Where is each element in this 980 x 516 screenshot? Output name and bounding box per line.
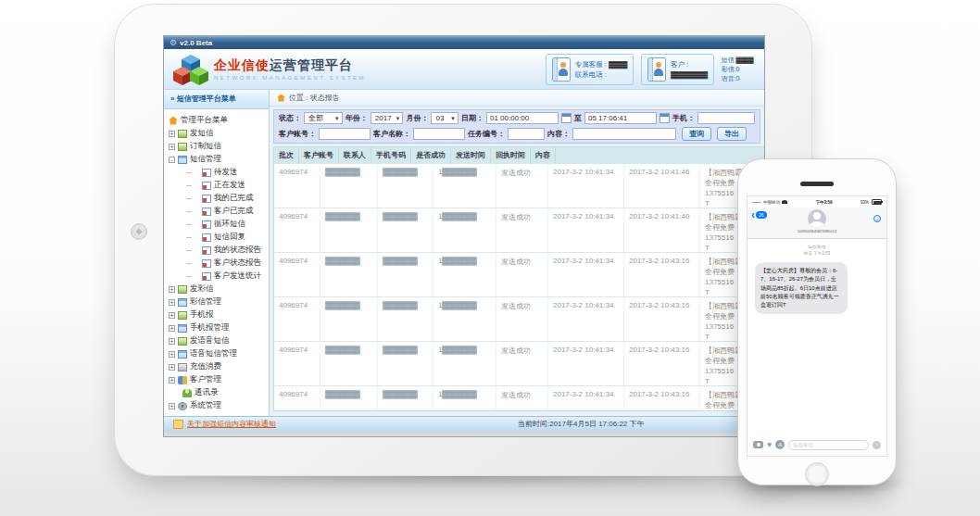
search-button[interactable]: 查询 xyxy=(682,127,711,141)
month-select[interactable]: 03▼ xyxy=(431,112,459,124)
sidebar-item[interactable]: 通讯录 xyxy=(164,386,269,399)
sidebar-item[interactable]: + 系统管理 xyxy=(164,399,269,412)
sidebar-item[interactable]: + 彩信管理 xyxy=(164,296,269,308)
customer-name-input[interactable] xyxy=(413,128,465,140)
main-area: 位置 : 状态报告 状态： 全部▼ 年份： 2017▼ 月份： 03▼ 日期： xyxy=(270,90,764,416)
task-number-input[interactable] xyxy=(508,128,545,140)
app-header: 企业信使运营管理平台 NETWORK MANAGEMENT SYSTEM 专属客… xyxy=(164,49,764,90)
customer-label: 客户 : xyxy=(671,59,708,69)
home-icon xyxy=(169,117,178,125)
sender-number: 1069043645823985012 xyxy=(748,229,886,233)
message-input[interactable] xyxy=(788,440,869,450)
tree-expander[interactable]: + xyxy=(169,325,175,332)
sidebar-item-label: 我的状态报告 xyxy=(214,245,261,256)
cell-phone: 1▓▓▓▓▓▓▓ xyxy=(433,253,496,296)
cell-receipt-time: 2017-3-2 10:41:40 xyxy=(624,208,700,252)
sidebar-item[interactable]: 客户发送统计 xyxy=(164,270,269,283)
content-input[interactable] xyxy=(572,128,676,140)
chevron-down-icon: ▼ xyxy=(334,116,340,121)
info-icon[interactable]: i xyxy=(873,215,881,222)
tree-expander[interactable]: - xyxy=(169,157,175,163)
chevron-down-icon: ▼ xyxy=(450,116,456,121)
sidebar-item[interactable]: + 充值消费 xyxy=(164,360,269,373)
sidebar-item[interactable]: 客户已完成 xyxy=(164,205,269,218)
sidebar-item-label: 我的已完成 xyxy=(214,193,254,204)
mail-icon xyxy=(178,143,187,151)
tree-expander[interactable]: + xyxy=(169,351,175,358)
chevron-down-icon: ▼ xyxy=(396,116,401,121)
cell-contact: ▓▓▓▓▓▓▓ xyxy=(378,253,433,296)
cell-status: 发送成功 xyxy=(496,386,548,411)
sidebar-item[interactable]: + 语音短信管理 xyxy=(164,347,269,360)
sidebar-item[interactable]: 待发送 xyxy=(164,166,269,179)
tree-expander[interactable]: + xyxy=(169,403,175,409)
sms-quota-value: ▓▓▓▓ xyxy=(736,57,753,63)
mms-quota-value: 0 xyxy=(736,66,740,72)
contact-book-icon xyxy=(647,57,666,82)
back-button[interactable]: ‹ 26 xyxy=(751,210,767,220)
sidebar-item[interactable]: + 手机报 xyxy=(164,308,269,321)
send-icon[interactable]: ↑ xyxy=(873,441,881,449)
notice-link[interactable]: 关于加强短信内容审核通知 xyxy=(187,419,276,429)
battery-percent: 93% xyxy=(861,200,869,205)
gear-icon: ⚙ xyxy=(170,39,177,47)
table-header-cell: 是否成功 xyxy=(411,147,451,164)
year-select[interactable]: 2017▼ xyxy=(371,112,404,124)
cell-batch: 4096974 xyxy=(274,208,320,252)
sidebar-item[interactable]: 管理平台菜单 xyxy=(164,114,269,127)
sidebar-item[interactable]: 我的已完成 xyxy=(164,192,269,205)
tree-expander[interactable]: + xyxy=(169,377,175,384)
month-select-value: 03 xyxy=(435,114,444,122)
users-icon xyxy=(178,376,187,384)
tree-expander[interactable]: + xyxy=(169,286,175,293)
cell-receipt-time: 2017-3-2 10:43:16 xyxy=(624,297,700,341)
year-select-value: 2017 xyxy=(375,114,392,122)
sidebar-item[interactable]: + 发彩信 xyxy=(164,283,269,296)
sidebar-item[interactable]: + 手机报管理 xyxy=(164,321,269,334)
name-filter-label: 客户名称： xyxy=(373,129,410,139)
sidebar-item[interactable]: 客户状态报告 xyxy=(164,257,269,270)
apps-icon[interactable]: A xyxy=(775,440,785,449)
sidebar-item[interactable]: 正在发送 xyxy=(164,179,269,192)
digital-touch-icon[interactable]: ♥ xyxy=(767,441,772,449)
wifi-icon xyxy=(782,200,787,204)
tree-expander[interactable]: + xyxy=(169,299,175,306)
cell-receipt-time: 2017-3-2 10:43:16 xyxy=(624,386,700,411)
folder-icon xyxy=(178,350,187,359)
sidebar-item[interactable]: + 订制短信 xyxy=(164,140,269,153)
sidebar-item[interactable]: + 发短信 xyxy=(164,127,269,140)
account-filter-label: 客户账号： xyxy=(279,129,316,139)
tree-expander[interactable]: + xyxy=(169,312,175,319)
camera-icon[interactable] xyxy=(753,441,763,448)
unread-badge: 26 xyxy=(756,211,767,219)
date-from-input[interactable] xyxy=(486,112,559,124)
sidebar-item[interactable]: + 客户管理 xyxy=(164,373,269,386)
cell-phone: 1▓▓▓▓▓▓▓ xyxy=(433,297,496,341)
sidebar-item-label: 发彩信 xyxy=(190,283,214,295)
sidebar-item-label: 订制短信 xyxy=(190,141,221,152)
brand-title-block: 企业信使运营管理平台 NETWORK MANAGEMENT SYSTEM xyxy=(214,57,366,81)
date-to-input[interactable] xyxy=(584,112,657,124)
tree-expander[interactable]: + xyxy=(169,338,175,345)
sidebar-item[interactable]: 循环短信 xyxy=(164,218,269,231)
tree-expander[interactable]: + xyxy=(169,131,175,137)
sidebar-item[interactable]: 我的状态报告 xyxy=(164,244,269,257)
tree-expander[interactable]: + xyxy=(169,144,175,150)
home-button[interactable] xyxy=(805,462,829,486)
page: ⚙ v2.0 Beta 企业信使运营管理平 xyxy=(0,0,980,516)
folder-icon xyxy=(178,156,187,164)
version-label: v2.0 Beta xyxy=(180,39,212,47)
cell-account: ▓▓▓▓▓▓▓ xyxy=(320,208,378,252)
calendar-icon[interactable] xyxy=(561,113,572,123)
sidebar-item[interactable]: 短信回复 xyxy=(164,231,269,244)
sidebar-item[interactable]: + 发语音短信 xyxy=(164,334,269,347)
avatar[interactable] xyxy=(808,209,826,228)
status-select[interactable]: 全部▼ xyxy=(304,112,343,124)
mobile-input[interactable] xyxy=(697,112,755,124)
account-input[interactable] xyxy=(319,128,371,140)
export-button[interactable]: 导出 xyxy=(717,127,747,141)
calendar-icon[interactable] xyxy=(660,113,670,123)
tree-expander[interactable]: + xyxy=(169,364,175,371)
table-row: 4096974 ▓▓▓▓▓▓▓ ▓▓▓▓▓▓▓ 1▓▓▓▓▓▓▓ 发送成功 20… xyxy=(274,386,764,411)
sidebar-item[interactable]: - 短信管理 xyxy=(164,153,269,166)
